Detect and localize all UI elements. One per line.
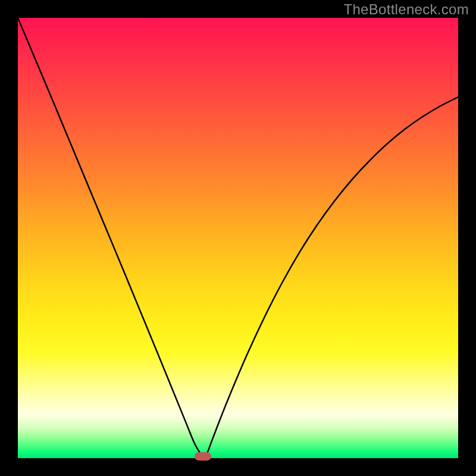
minimum-marker [195,452,211,461]
watermark-text: TheBottleneck.com [343,1,469,18]
bottleneck-curve [18,18,458,458]
chart-frame: TheBottleneck.com [0,0,476,476]
chart-curve-layer [18,18,458,458]
